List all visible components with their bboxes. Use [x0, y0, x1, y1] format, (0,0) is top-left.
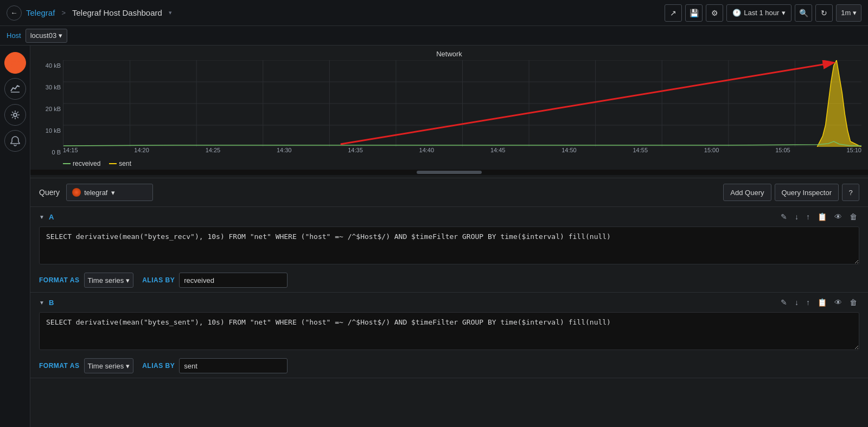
- scrollbar-thumb: [417, 171, 482, 174]
- refresh-interval-caret: ▾: [853, 9, 857, 17]
- legend-sent-color: [109, 163, 117, 164]
- time-range-button[interactable]: 🕐 Last 1 hour ▾: [726, 4, 792, 22]
- svg-point-4: [14, 113, 17, 117]
- query-a-move-up-button[interactable]: ↑: [804, 211, 812, 222]
- time-range-label: Last 1 hour: [744, 9, 779, 17]
- host-value: locust03: [30, 31, 56, 40]
- clock-icon: 🕐: [732, 9, 741, 17]
- search-icon: 🔍: [799, 9, 808, 17]
- y-label-10kb: 10 kB: [39, 127, 61, 134]
- query-a-letter: A: [49, 213, 54, 221]
- legend-received: recveived: [63, 160, 100, 167]
- legend-received-label: recveived: [73, 160, 100, 167]
- sidebar-db-icon-button[interactable]: [4, 52, 26, 74]
- query-a-hide-button[interactable]: 👁: [832, 211, 844, 222]
- back-icon: ←: [10, 9, 17, 17]
- telegraf-icon: [72, 188, 81, 197]
- legend-sent: sent: [109, 160, 131, 167]
- query-a-format-select[interactable]: Time series ▾: [84, 273, 134, 288]
- chart-panel: Network 40 kB 30 kB 20 kB 10 kB 0 B: [30, 46, 868, 178]
- query-a-edit-button[interactable]: ✎: [778, 211, 789, 222]
- query-b-format-label: FORMAT AS: [39, 362, 80, 370]
- y-label-0b: 0 B: [39, 149, 61, 156]
- query-b-alias-input[interactable]: [179, 358, 288, 373]
- help-button[interactable]: ?: [842, 184, 859, 201]
- chart-svg: [63, 60, 861, 147]
- datasource-caret: ▾: [111, 189, 115, 197]
- datasource-select[interactable]: telegraf ▾: [66, 184, 153, 201]
- top-nav-left: ← Telegraf > Telegraf Host Dashboard ▾: [7, 5, 172, 21]
- add-query-button[interactable]: Add Query: [723, 184, 771, 201]
- query-a-format-caret: ▾: [126, 276, 130, 284]
- y-label-20kb: 20 kB: [39, 106, 61, 112]
- host-bar: Host locust03 ▾: [0, 26, 868, 46]
- sidebar-chart-icon-button[interactable]: [4, 78, 26, 100]
- sidebar-bell-icon-button[interactable]: [4, 130, 26, 152]
- settings-icon: ⚙: [711, 9, 718, 17]
- x-label-1435: 14:35: [348, 147, 363, 158]
- y-axis: 40 kB 30 kB 20 kB 10 kB 0 B: [37, 60, 63, 158]
- query-b-move-up-button[interactable]: ↑: [804, 297, 812, 308]
- query-section: Query telegraf ▾ Add Query Query Inspect…: [30, 178, 868, 427]
- query-b-format-select[interactable]: Time series ▾: [84, 358, 134, 373]
- query-a-collapse[interactable]: ▼: [39, 214, 44, 220]
- content-area: Network 40 kB 30 kB 20 kB 10 kB 0 B: [30, 46, 868, 427]
- query-a-header: ▼ A ✎ ↓ ↑ 📋 👁 🗑: [30, 207, 868, 227]
- chart-inner: [63, 60, 861, 147]
- query-b-alias-label: ALIAS BY: [142, 362, 175, 370]
- query-b-hide-button[interactable]: 👁: [832, 297, 844, 308]
- y-label-40kb: 40 kB: [39, 62, 61, 69]
- query-a-move-down-button[interactable]: ↓: [793, 211, 801, 222]
- query-a-copy-button[interactable]: 📋: [815, 211, 829, 222]
- chart-scrollbar[interactable]: [30, 170, 868, 175]
- x-label-1500: 15:00: [704, 147, 719, 158]
- top-nav-right: ↗ 💾 ⚙ 🕐 Last 1 hour ▾ 🔍 ↻ 1m ▾: [665, 4, 861, 22]
- query-a-delete-button[interactable]: 🗑: [847, 211, 859, 222]
- query-header: Query telegraf ▾ Add Query Query Inspect…: [30, 178, 868, 207]
- query-block-b: ▼ B ✎ ↓ ↑ 📋 👁 🗑 SELECT derivative(mean("…: [30, 293, 868, 378]
- query-b-copy-button[interactable]: 📋: [815, 297, 829, 308]
- share-button[interactable]: ↗: [665, 4, 682, 22]
- refresh-button[interactable]: ↻: [815, 4, 833, 22]
- query-a-alias-input[interactable]: [179, 273, 288, 288]
- host-label: Host: [7, 31, 21, 40]
- query-block-a: ▼ A ✎ ↓ ↑ 📋 👁 🗑 SELECT derivative(mean("…: [30, 207, 868, 293]
- search-button[interactable]: 🔍: [795, 4, 812, 22]
- breadcrumb-telegraf[interactable]: Telegraf: [26, 8, 55, 17]
- query-b-header: ▼ B ✎ ↓ ↑ 📋 👁 🗑: [30, 293, 868, 312]
- refresh-interval-label: 1m: [841, 9, 851, 17]
- x-label-1425: 14:25: [206, 147, 221, 158]
- x-label-1430: 14:30: [277, 147, 292, 158]
- chart-area: 40 kB 30 kB 20 kB 10 kB 0 B: [37, 60, 861, 158]
- query-a-alias-label: ALIAS BY: [142, 276, 175, 284]
- chart-legend: recveived sent: [30, 158, 868, 170]
- save-button[interactable]: 💾: [685, 4, 703, 22]
- query-b-actions: ✎ ↓ ↑ 📋 👁 🗑: [778, 297, 859, 308]
- query-b-edit-button[interactable]: ✎: [778, 297, 789, 308]
- sidebar-cog-icon-button[interactable]: [4, 104, 26, 126]
- cog-icon: [10, 109, 21, 120]
- query-b-move-down-button[interactable]: ↓: [793, 297, 801, 308]
- x-label-1420: 14:20: [134, 147, 149, 158]
- query-a-format-value: Time series: [88, 276, 124, 284]
- dashboard-title: Telegraf Host Dashboard: [72, 8, 162, 17]
- host-dropdown[interactable]: locust03 ▾: [25, 29, 67, 43]
- bell-icon: [10, 135, 21, 146]
- query-b-input[interactable]: SELECT derivative(mean("bytes_sent"), 10…: [39, 312, 859, 350]
- dashboard-dropdown-caret[interactable]: ▾: [169, 9, 172, 16]
- query-a-input[interactable]: SELECT derivative(mean("bytes_recv"), 10…: [39, 227, 859, 264]
- x-label-1445: 14:45: [490, 147, 506, 158]
- chart-icon: [10, 83, 21, 94]
- chart-title: Network: [30, 46, 868, 60]
- query-inspector-button[interactable]: Query Inspector: [775, 184, 839, 201]
- datasource-name: telegraf: [84, 189, 107, 197]
- back-button[interactable]: ←: [7, 5, 22, 21]
- query-b-delete-button[interactable]: 🗑: [847, 297, 859, 308]
- x-label-1510: 15:10: [846, 147, 861, 158]
- query-b-collapse[interactable]: ▼: [39, 300, 44, 306]
- settings-button[interactable]: ⚙: [706, 4, 723, 22]
- x-label-1440: 14:40: [419, 147, 435, 158]
- refresh-interval-button[interactable]: 1m ▾: [836, 4, 861, 22]
- x-label-1505: 15:05: [775, 147, 790, 158]
- query-header-buttons: Add Query Query Inspector ?: [723, 184, 859, 201]
